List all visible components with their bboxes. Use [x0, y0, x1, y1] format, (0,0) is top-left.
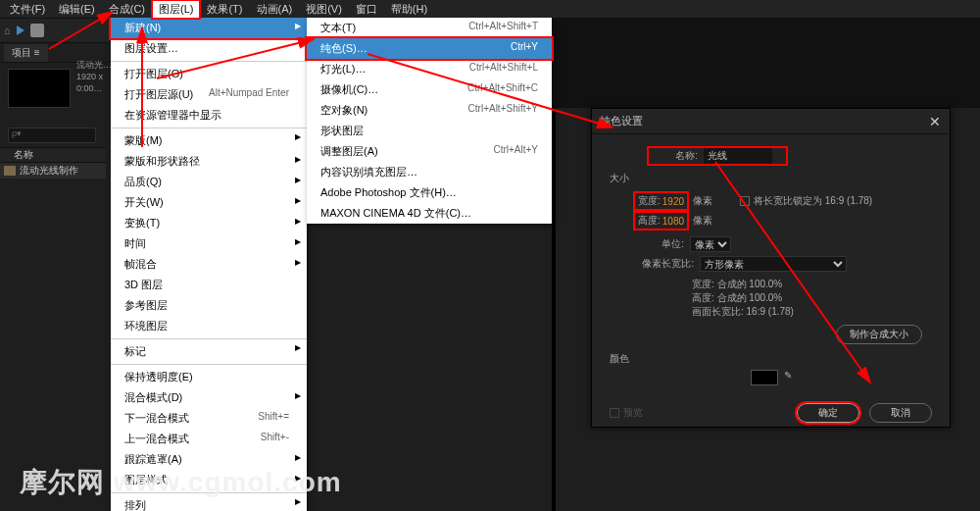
height-suffix: 像素 — [693, 214, 712, 228]
width-suffix: 像素 — [693, 194, 712, 208]
footage-meta: 流动光… 1920 x 0:00… — [76, 59, 112, 94]
menu-file[interactable]: 文件(F) — [4, 1, 51, 18]
footage-thumb[interactable] — [8, 69, 71, 108]
menu-item[interactable]: 打开图层(O) — [111, 61, 307, 84]
submenu-item[interactable]: 调整图层(A)Ctrl+Alt+Y — [307, 141, 552, 162]
name-label: 名称: — [649, 149, 698, 163]
menu-item[interactable]: 上一混合模式Shift+- — [111, 429, 307, 449]
watermark: 摩尔网 www.cgmol.com — [20, 464, 342, 501]
menu-comp[interactable]: 合成(C) — [103, 1, 151, 18]
dialog-title: 纯色设置 — [600, 114, 643, 128]
submenu-item[interactable]: 形状图层 — [307, 121, 552, 141]
home-icon[interactable]: ⌂ — [4, 25, 11, 36]
menu-item[interactable]: 在资源管理器中显示 — [111, 105, 307, 126]
preview-checkbox[interactable] — [610, 408, 619, 418]
project-tab[interactable]: 项目 ≡ — [4, 44, 48, 62]
menu-item[interactable]: 3D 图层 — [111, 275, 307, 295]
size-heading: 大小 — [610, 173, 629, 183]
menu-item[interactable]: 开关(W) — [111, 192, 307, 213]
menu-item[interactable]: 标记 — [111, 338, 307, 362]
submenu-item[interactable]: MAXON CINEMA 4D 文件(C)… — [307, 203, 552, 224]
submenu-item[interactable]: 摄像机(C)…Ctrl+Alt+Shift+C — [307, 79, 552, 100]
menu-item[interactable]: 混合模式(D) — [111, 387, 307, 408]
menu-item[interactable]: 下一混合模式Shift+= — [111, 408, 307, 429]
menu-help[interactable]: 帮助(H) — [385, 1, 433, 18]
selection-tool-icon[interactable] — [17, 26, 24, 35]
menu-item[interactable]: 变换(T) — [111, 213, 307, 233]
menu-item[interactable]: 参考图层 — [111, 295, 307, 316]
close-icon[interactable]: ✕ — [928, 115, 942, 128]
submenu-item[interactable]: 灯光(L)…Ctrl+Alt+Shift+L — [307, 59, 552, 79]
info-width: 宽度: 合成的 100.0% — [692, 278, 932, 291]
width-value[interactable]: 1920 — [662, 196, 684, 207]
menu-edit[interactable]: 编辑(E) — [53, 1, 101, 18]
menu-layer[interactable]: 图层(L) — [153, 1, 199, 18]
info-par: 画面长宽比: 16:9 (1.78) — [692, 305, 932, 319]
color-heading: 颜色 — [610, 353, 629, 364]
lock-aspect-label: 将长宽比锁定为 16:9 (1.78) — [754, 194, 872, 208]
par-label: 像素长宽比: — [635, 257, 694, 271]
eyedropper-icon[interactable]: ✎ — [784, 370, 792, 385]
menu-view[interactable]: 视图(V) — [300, 1, 348, 18]
footage-preview — [8, 69, 71, 108]
menu-window[interactable]: 窗口 — [350, 1, 383, 18]
menu-item[interactable]: 蒙版和形状路径 — [111, 151, 307, 172]
solid-settings-dialog: 纯色设置 ✕ 名称: 大小 宽度: 1920 像素 将长宽比锁定为 16:9 (… — [591, 108, 951, 428]
preview-label: 预览 — [623, 406, 643, 420]
info-height: 高度: 合成的 100.0% — [692, 291, 932, 305]
layer-menu-dropdown: 新建(N)图层设置…打开图层(O)打开图层源(U)Alt+Numpad Ente… — [111, 18, 307, 511]
submenu-item[interactable]: 内容识别填充图层… — [307, 162, 552, 182]
menu-item[interactable]: 环境图层 — [111, 316, 307, 336]
make-comp-size-button[interactable]: 制作合成大小 — [836, 325, 922, 344]
menubar: 文件(F) 编辑(E) 合成(C) 图层(L) 效果(T) 动画(A) 视图(V… — [0, 0, 980, 18]
menu-effect[interactable]: 效果(T) — [201, 1, 248, 18]
ok-button[interactable]: 确定 — [797, 403, 859, 423]
menu-item[interactable]: 图层设置… — [111, 38, 307, 59]
project-column-header: 名称 — [0, 147, 106, 163]
submenu-item[interactable]: 文本(T)Ctrl+Alt+Shift+T — [307, 18, 552, 38]
unit-label: 单位: — [635, 237, 684, 251]
width-label: 宽度: — [638, 194, 661, 208]
unit-select[interactable]: 像素 — [690, 236, 731, 252]
hand-tool-icon[interactable] — [30, 24, 44, 37]
menu-animation[interactable]: 动画(A) — [251, 1, 299, 18]
menu-item[interactable]: 保持透明度(E) — [111, 364, 307, 387]
par-select[interactable]: 方形像素 — [700, 256, 847, 272]
project-search-input[interactable]: ρ▾ — [8, 128, 96, 143]
submenu-item[interactable]: 空对象(N)Ctrl+Alt+Shift+Y — [307, 100, 552, 121]
menu-item[interactable]: 帧混合 — [111, 254, 307, 275]
layer-new-submenu: 文本(T)Ctrl+Alt+Shift+T纯色(S)…Ctrl+Y灯光(L)…C… — [307, 18, 552, 224]
composition-icon — [4, 166, 16, 176]
menu-item[interactable]: 蒙版(M) — [111, 128, 307, 151]
color-swatch[interactable] — [751, 370, 778, 385]
project-item-label: 流动光线制作 — [20, 164, 78, 178]
height-label: 高度: — [638, 214, 661, 228]
name-input[interactable] — [704, 148, 772, 164]
submenu-item[interactable]: 纯色(S)…Ctrl+Y — [307, 38, 552, 59]
menu-item[interactable]: 时间 — [111, 233, 307, 254]
submenu-item[interactable]: Adobe Photoshop 文件(H)… — [307, 182, 552, 203]
menu-item[interactable]: 品质(Q) — [111, 172, 307, 192]
menu-item[interactable]: 新建(N) — [111, 18, 307, 38]
lock-aspect-checkbox[interactable] — [740, 196, 750, 206]
cancel-button[interactable]: 取消 — [869, 403, 932, 423]
composition-viewer-area — [552, 18, 980, 108]
height-value[interactable]: 1080 — [662, 216, 684, 227]
project-item-row[interactable]: 流动光线制作 — [0, 163, 106, 179]
menu-item[interactable]: 打开图层源(U)Alt+Numpad Enter — [111, 84, 307, 105]
